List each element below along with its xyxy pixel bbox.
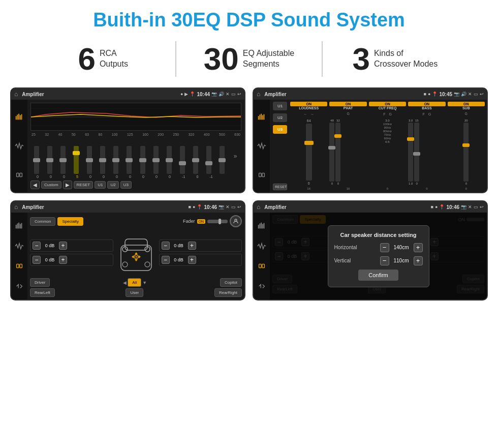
svg-rect-16 <box>262 173 265 176</box>
speaker-icon-cross[interactable] <box>256 170 268 180</box>
btn-rearleft[interactable]: RearLeft <box>30 288 55 297</box>
eq-slider-4[interactable] <box>83 146 96 174</box>
vol-panel-rr: − 0 dB + <box>159 254 242 266</box>
vol-rr-plus[interactable]: + <box>188 256 196 264</box>
stat-eq-number: 30 <box>204 43 239 75</box>
equalizer-icon[interactable] <box>13 112 25 122</box>
loudness-on-badge: ON <box>290 102 327 106</box>
svg-marker-35 <box>132 255 134 258</box>
eq-left-sidebar <box>11 100 27 192</box>
eq-icon-fader[interactable] <box>13 221 25 231</box>
back-icon-dist[interactable]: ↩ <box>480 204 484 210</box>
eq-slider-10[interactable] <box>163 146 175 174</box>
eq-next-button[interactable]: ▶ <box>63 181 72 189</box>
eq-u1-button[interactable]: U1 <box>95 181 106 189</box>
eq-slider-11[interactable] <box>176 146 189 174</box>
play-icon: ▶ <box>184 92 188 97</box>
svg-rect-15 <box>259 173 261 176</box>
btn-copilot[interactable]: Copilot <box>220 278 242 287</box>
volume-icon-cross: 🔊 <box>461 92 466 97</box>
vertical-plus-btn[interactable]: + <box>414 256 423 265</box>
btn-rearright[interactable]: RearRight <box>214 288 242 297</box>
cross-u1-btn[interactable]: U1 <box>273 102 287 110</box>
minimize-icon-cross: ▭ <box>474 92 478 97</box>
svg-rect-6 <box>20 173 22 176</box>
btn-user[interactable]: User <box>126 288 143 297</box>
eq-u3-button[interactable]: U3 <box>120 181 132 189</box>
phat-label: PHAT <box>329 106 366 110</box>
eq-slider-2[interactable] <box>57 146 69 174</box>
speaker-icon-dist[interactable] <box>256 261 268 271</box>
eq-slider-3[interactable] <box>70 146 82 174</box>
dist-main: Common Specialty ON −0 dB+ −0 dB+ <box>270 213 487 300</box>
crossover-screen: ⌂ Amplifier ■ ● 📍 10:45 📷 🔊 ✕ ▭ ↩ <box>253 87 488 193</box>
tab-specialty[interactable]: Specialty <box>57 217 83 226</box>
eq-preset-custom[interactable]: Custom <box>41 181 61 189</box>
back-icon[interactable]: ↩ <box>237 92 241 97</box>
svg-marker-36 <box>139 255 141 258</box>
waveform-icon[interactable] <box>13 141 25 151</box>
confirm-button[interactable]: Confirm <box>358 270 398 281</box>
home-icon[interactable]: ⌂ <box>14 91 18 98</box>
home-icon-dist[interactable]: ⌂ <box>257 203 260 211</box>
eq-slider-0[interactable] <box>30 146 43 174</box>
svg-rect-26 <box>125 239 147 250</box>
eq-icon-dist[interactable] <box>256 221 268 231</box>
eq-u2-button[interactable]: U2 <box>107 181 118 189</box>
waveform-icon-fader[interactable] <box>13 241 25 251</box>
eq-slider-14[interactable] <box>216 146 228 174</box>
btn-driver[interactable]: Driver <box>30 278 50 287</box>
eq-next-icon[interactable]: » <box>229 153 241 160</box>
horizontal-value: 140cm <box>391 245 412 250</box>
home-icon-fader[interactable]: ⌂ <box>14 203 18 211</box>
eq-sliders: » <box>30 138 241 174</box>
back-icon-fader[interactable]: ↩ <box>237 204 241 210</box>
dot2-icon-fader: ● <box>193 204 195 210</box>
cross-u2-btn[interactable]: U2 <box>273 113 287 122</box>
vertical-value: 110cm <box>391 258 412 263</box>
expand-icon-dist[interactable] <box>256 281 268 291</box>
eq-slider-9[interactable] <box>150 146 162 174</box>
speaker-balance-icon[interactable] <box>13 170 25 180</box>
modal-overlay: Car speaker distance setting Horizontal … <box>270 213 487 300</box>
speaker-icon-fader[interactable] <box>13 261 25 271</box>
equalizer-icon-cross[interactable] <box>256 112 268 122</box>
tab-common[interactable]: Common <box>30 217 55 226</box>
home-icon-cross[interactable]: ⌂ <box>257 91 260 98</box>
vertical-ctrl: − 110cm + <box>380 256 423 265</box>
eq-screen-title: Amplifier <box>22 92 178 97</box>
vol-rr-minus[interactable]: − <box>162 256 170 264</box>
eq-slider-5[interactable] <box>97 146 109 174</box>
eq-prev-button[interactable]: ◀ <box>30 181 40 189</box>
close-icon: ✕ <box>226 92 230 97</box>
eq-slider-12[interactable] <box>190 146 202 174</box>
btn-all[interactable]: All <box>128 278 141 287</box>
eq-slider-8[interactable] <box>137 146 149 174</box>
vol-fl-minus[interactable]: − <box>33 242 41 250</box>
horizontal-minus-btn[interactable]: − <box>380 243 389 252</box>
eq-slider-13[interactable] <box>203 146 215 174</box>
expand-icon-fader[interactable] <box>13 281 25 291</box>
horizontal-plus-btn[interactable]: + <box>414 243 423 252</box>
eq-slider-1[interactable] <box>44 146 56 174</box>
cross-u3-btn[interactable]: U3 <box>273 125 287 134</box>
svg-rect-19 <box>18 223 19 229</box>
vol-rl-minus[interactable]: − <box>33 256 41 264</box>
vol-fr-minus[interactable]: − <box>162 242 170 250</box>
vol-fr-plus[interactable]: + <box>188 242 196 250</box>
waveform-icon-dist[interactable] <box>256 241 268 251</box>
modal-row-horizontal: Horizontal − 140cm + <box>334 243 423 252</box>
back-icon-cross[interactable]: ↩ <box>480 92 484 97</box>
eq-slider-6[interactable] <box>110 146 122 174</box>
camera-icon-cross: 📷 <box>454 92 459 97</box>
vertical-minus-btn[interactable]: − <box>380 256 389 265</box>
cross-reset-btn[interactable]: RESET <box>273 184 287 190</box>
eq-slider-7[interactable] <box>123 146 135 174</box>
vol-fl-plus[interactable]: + <box>59 242 67 250</box>
svg-rect-12 <box>261 114 262 120</box>
vol-rr-value: 0 dB <box>171 257 186 262</box>
vol-rl-plus[interactable]: + <box>59 256 67 264</box>
dist-screen-content: Common Specialty ON −0 dB+ −0 dB+ <box>254 213 487 300</box>
eq-reset-button[interactable]: RESET <box>74 181 94 189</box>
waveform-icon-cross[interactable] <box>256 141 268 151</box>
